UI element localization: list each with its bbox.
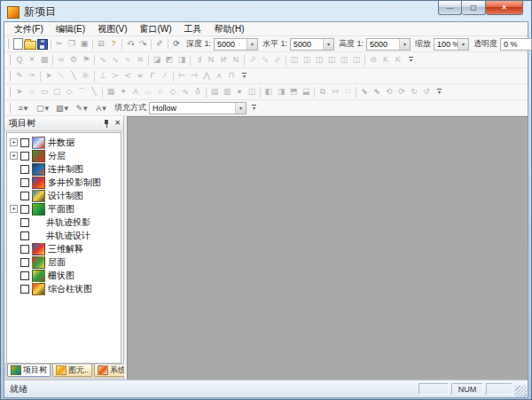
rectangle-icon[interactable]: ▭ — [38, 85, 51, 98]
marker-1-icon[interactable]: Ⅎ — [192, 53, 205, 67]
callout-1-icon[interactable]: ⌓ — [142, 85, 154, 98]
expander-icon[interactable]: + — [10, 138, 18, 146]
layer-1-icon[interactable]: ◪ — [151, 53, 163, 67]
dock-close-icon[interactable]: ✕ — [114, 120, 121, 127]
align-4-icon[interactable]: ◫ — [325, 53, 338, 67]
curve-2-icon[interactable]: ∿ — [109, 53, 121, 67]
move-down-icon[interactable]: ⬊ — [358, 85, 371, 98]
mirror-1-icon[interactable]: ⬒ — [287, 85, 300, 98]
select-arrow-icon[interactable]: ➤ — [43, 69, 55, 82]
resize-grip[interactable] — [515, 386, 527, 397]
tree-item[interactable]: +分层 — [7, 149, 121, 162]
polygon-icon[interactable]: ◇ — [167, 85, 179, 98]
minimize-button[interactable]: — — [438, 1, 462, 15]
dropdown-arrow-icon[interactable]: ▾ — [399, 39, 410, 50]
node-6-icon[interactable]: ∕ — [159, 69, 171, 82]
dock-tab-graphics[interactable]: 图元.. — [52, 365, 92, 377]
settings-icon[interactable]: ⚙ — [67, 53, 80, 67]
cut-icon[interactable]: ✂ — [53, 37, 66, 51]
tree-item[interactable]: 栅状图 — [7, 269, 121, 282]
refresh-icon[interactable]: ⟳ — [170, 37, 183, 51]
pencil-1-icon[interactable]: ✎ — [13, 69, 26, 82]
toolbar-grip[interactable] — [7, 87, 11, 97]
tree-item[interactable]: 三维解释 — [7, 242, 121, 255]
chart-icon[interactable]: ▥ — [221, 85, 233, 98]
tree-item-checkbox[interactable] — [20, 258, 29, 267]
menu-item-edit[interactable]: 编辑(E) — [50, 23, 91, 35]
toolbar-grip[interactable] — [7, 55, 11, 65]
dock-tab-project-tree[interactable]: 项目树 — [7, 365, 51, 377]
expander-icon[interactable]: + — [10, 152, 18, 160]
table-icon[interactable]: ▤ — [208, 85, 221, 98]
rotate-cw-icon[interactable]: ⟳ — [395, 85, 408, 98]
toolbar-overflow-button[interactable]: ▾ — [407, 53, 415, 67]
dropdown-arrow-icon[interactable]: ▾ — [235, 103, 246, 114]
node-5-icon[interactable]: Γ — [146, 69, 159, 82]
node-1-icon[interactable]: ⊥ — [97, 69, 109, 82]
move-up-icon[interactable]: ⬉ — [371, 85, 383, 98]
marker-4-icon[interactable]: N — [230, 53, 242, 67]
turn-cw-icon[interactable]: ↻ — [408, 85, 420, 98]
tree-item[interactable]: 井轨迹投影 — [7, 216, 121, 229]
join-3-icon[interactable]: ⋀ — [200, 69, 213, 82]
layer-2-icon[interactable]: ◩ — [163, 53, 176, 67]
fill-region-icon[interactable]: ▩ — [38, 53, 51, 67]
tree-item-checkbox[interactable] — [20, 218, 29, 227]
callout-2-icon[interactable]: ○ — [154, 85, 167, 98]
line-icon[interactable]: ╲ — [88, 85, 100, 98]
line-3-icon[interactable]: ⊪ — [80, 69, 92, 82]
node-3-icon[interactable]: ≺ — [121, 69, 134, 82]
align-5-icon[interactable]: ◫ — [338, 53, 350, 67]
flag-icon[interactable]: ⚑ — [80, 53, 92, 67]
menu-item-view[interactable]: 视图(V) — [91, 23, 133, 35]
dropdown-arrow-icon[interactable]: ▾ — [323, 39, 333, 50]
tree-item-checkbox[interactable] — [20, 271, 29, 280]
toolbar-overflow-button[interactable]: ▾ — [435, 85, 443, 98]
marker-3-icon[interactable]: И — [217, 53, 230, 67]
join-4-icon[interactable]: ⋏ — [213, 69, 225, 82]
toolbar-overflow-button[interactable]: ▾ — [250, 101, 258, 114]
zoom-level-combo[interactable]: 100 %▾ — [434, 38, 469, 51]
fill-mode-combo[interactable]: Hollow▾ — [149, 102, 246, 114]
cursor-2-icon[interactable]: ⬂ — [259, 53, 271, 67]
mirror-2-icon[interactable]: ⬓ — [300, 85, 312, 98]
find-icon[interactable]: ∞ — [55, 53, 67, 67]
flip-h-icon[interactable]: ◧ — [262, 85, 275, 98]
save-file-icon[interactable] — [36, 37, 49, 51]
curve-4-icon[interactable]: ≋ — [134, 53, 146, 67]
delete-icon[interactable]: ✕ — [26, 53, 38, 67]
node-2-icon[interactable]: ≻ — [109, 69, 121, 82]
misc-1-icon[interactable]: ⊜ — [367, 53, 379, 67]
tree-item[interactable]: 设计制图 — [7, 189, 121, 202]
menu-item-tools[interactable]: 工具 — [178, 23, 208, 35]
tree-item-checkbox[interactable] — [20, 245, 29, 254]
pin-icon[interactable] — [103, 119, 110, 129]
misc-3-icon[interactable]: K — [392, 53, 404, 67]
tree-item-checkbox[interactable] — [20, 138, 29, 147]
border-style-icon[interactable]: ▢▾ — [33, 101, 52, 114]
fill-color-icon[interactable]: ▨▾ — [52, 101, 72, 114]
tree-item[interactable]: 井轨迹设计 — [7, 229, 121, 242]
symbol-icon[interactable]: ✦ — [117, 85, 129, 98]
tree-item-checkbox[interactable] — [20, 205, 29, 214]
dropdown-arrow-icon[interactable]: ▾ — [458, 39, 468, 50]
new-file-icon[interactable] — [12, 37, 24, 51]
undo-icon[interactable]: ↶▾ — [124, 37, 137, 51]
flip-v-icon[interactable]: ◨ — [275, 85, 287, 98]
pencil-2-icon[interactable]: ✑ — [26, 69, 38, 82]
tree-item[interactable]: 多井投影制图 — [7, 176, 121, 189]
wave-icon[interactable]: ∿ — [179, 85, 192, 98]
join-5-icon[interactable]: ⊓ — [225, 69, 238, 82]
circle-icon[interactable]: ○ — [26, 85, 38, 98]
tree-item-checkbox[interactable] — [20, 192, 29, 200]
misc-2-icon[interactable]: K — [379, 53, 392, 67]
line-2-icon[interactable]: ╲ — [67, 69, 80, 82]
layer-3-icon[interactable]: ◨ — [176, 53, 188, 67]
paste-icon[interactable]: ▣ — [78, 37, 90, 51]
horizontal-scale-combo[interactable]: 5000▾ — [290, 38, 334, 51]
tree-item[interactable]: +井数据 — [7, 136, 121, 149]
turn-ccw-icon[interactable]: ↺ — [420, 85, 433, 98]
menu-item-window[interactable]: 窗口(W) — [133, 23, 177, 35]
ellipse-icon[interactable]: ◇ — [63, 85, 75, 98]
freehand-icon[interactable]: δ — [192, 85, 204, 98]
